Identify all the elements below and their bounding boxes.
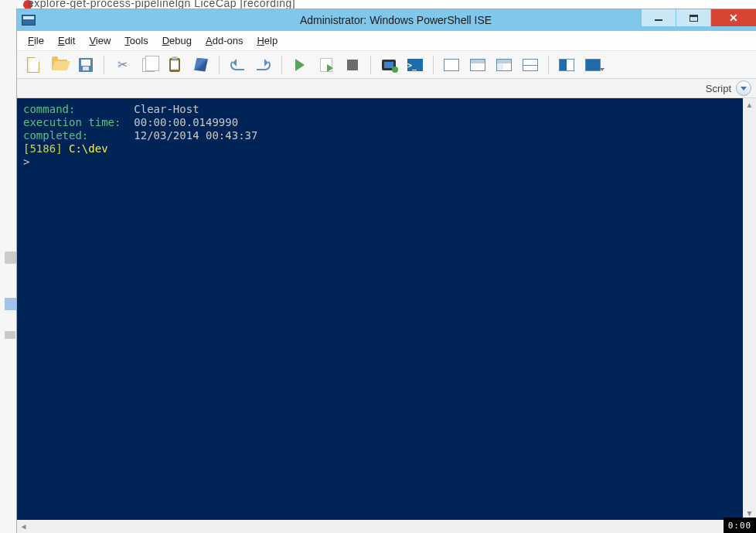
console-pane: command: Clear-Host execution time: 00:0… [17, 98, 756, 520]
stop-icon [347, 60, 358, 70]
menu-debug[interactable]: Debug [156, 32, 198, 49]
history-id: [5186] [23, 142, 63, 155]
powershell-icon: >_ [407, 59, 423, 71]
menu-file[interactable]: File [22, 32, 50, 49]
background-taskbar-icon [5, 331, 15, 339]
command-addon-button[interactable] [555, 54, 578, 76]
command-addon-split-button[interactable] [581, 54, 604, 76]
undo-icon [230, 60, 244, 70]
minimize-button[interactable] [642, 9, 676, 26]
toggle-script-pane-button[interactable] [736, 80, 751, 96]
console-label: execution time: [23, 116, 134, 128]
pane-layout-icon [444, 59, 459, 71]
recording-timer-badge: 0:00 [724, 518, 756, 533]
layout-max-button[interactable] [492, 54, 516, 76]
layout-top-button[interactable] [440, 54, 463, 76]
title-bar[interactable]: Administrator: Windows PowerShell ISE ✕ [17, 9, 756, 31]
menu-addons[interactable]: Add-ons [199, 32, 249, 49]
console-value: Clear-Host [134, 103, 199, 115]
console-label: command: [23, 103, 134, 115]
stop-button[interactable] [341, 54, 364, 76]
menu-view[interactable]: View [83, 32, 117, 49]
cut-icon: ✂ [117, 57, 128, 72]
toolbar-separator [219, 56, 220, 74]
command-pane-icon [585, 59, 601, 71]
app-icon[interactable] [22, 15, 36, 26]
close-button[interactable]: ✕ [711, 9, 756, 26]
background-taskbar-icon [5, 251, 17, 264]
maximize-button[interactable] [676, 9, 710, 26]
script-pane-header: Script [17, 79, 756, 98]
paste-icon [169, 58, 180, 72]
background-window-title: explore-get-process-pipelinelgn LiceCap … [28, 0, 295, 9]
toolbar-separator [433, 56, 434, 74]
toolbar-separator [281, 56, 282, 74]
menu-tools[interactable]: Tools [118, 32, 154, 49]
vertical-scrollbar[interactable]: ▲ ▼ [743, 98, 756, 520]
pane-layout-icon [470, 59, 485, 71]
toolbar-separator [104, 56, 104, 74]
redo-button[interactable] [252, 54, 275, 76]
new-button[interactable] [22, 54, 45, 76]
console-value: 00:00:00.0149990 [134, 116, 238, 128]
prompt-symbol: > [23, 155, 29, 168]
desktop-background [0, 0, 19, 533]
run-button[interactable] [288, 54, 312, 76]
menu-help[interactable]: Help [250, 32, 284, 49]
script-label: Script [706, 83, 731, 94]
run-selection-icon [320, 58, 332, 72]
run-selection-button[interactable] [315, 54, 338, 76]
scroll-left-button[interactable]: ◄ [17, 522, 30, 531]
save-button[interactable] [74, 54, 97, 76]
scroll-up-button[interactable]: ▲ [743, 98, 756, 111]
background-taskbar-icon [5, 298, 17, 310]
redo-icon [257, 60, 271, 70]
play-icon [295, 59, 305, 71]
paste-button[interactable] [163, 54, 186, 76]
console-output[interactable]: command: Clear-Host execution time: 00:0… [17, 98, 743, 520]
copy-button[interactable] [137, 54, 160, 76]
console-value: 12/03/2014 00:43:37 [134, 129, 257, 142]
toolbar: ✂ >_ [17, 51, 756, 79]
pane-layout-icon [523, 59, 538, 71]
undo-button[interactable] [226, 54, 249, 76]
command-pane-icon [559, 59, 574, 71]
powershell-ise-window: Administrator: Windows PowerShell ISE ✕ … [17, 9, 756, 533]
new-file-icon [27, 57, 39, 73]
window-controls: ✕ [642, 9, 756, 26]
toolbar-separator [548, 56, 549, 74]
save-icon [79, 58, 93, 72]
folder-open-icon [52, 60, 67, 70]
pane-layout-icon [496, 59, 512, 71]
remote-computer-icon [382, 60, 396, 70]
remote-ps-button[interactable] [377, 54, 400, 76]
copy-icon [142, 58, 155, 72]
layout-right-button[interactable] [466, 54, 489, 76]
clear-button[interactable] [189, 54, 213, 76]
horizontal-scrollbar[interactable]: ◄ ► [17, 520, 756, 533]
menu-edit[interactable]: Edit [52, 32, 81, 49]
layout-console-button[interactable] [519, 54, 542, 76]
open-button[interactable] [48, 54, 71, 76]
current-path: C:\dev [69, 142, 108, 155]
console-label: completed: [23, 129, 134, 142]
start-powershell-button[interactable]: >_ [404, 54, 427, 76]
cut-button[interactable]: ✂ [111, 54, 134, 76]
toolbar-separator [370, 56, 371, 74]
menu-bar: File Edit View Tools Debug Add-ons Help [17, 31, 756, 51]
eraser-icon [194, 58, 208, 72]
